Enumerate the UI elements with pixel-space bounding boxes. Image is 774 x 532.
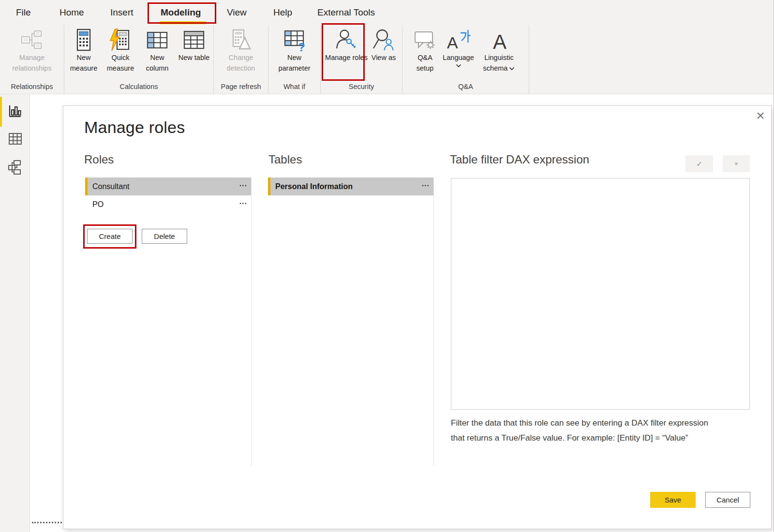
tables-list: Personal Information ... (268, 177, 433, 195)
new-table-button[interactable]: New table (176, 28, 212, 63)
menu-bar: File Home Insert Modeling View Help Exte… (0, 0, 774, 25)
linguistic-schema-icon: A (487, 28, 511, 52)
manage-roles-dialog: × Manage roles Roles Tables Table filter… (63, 105, 772, 529)
ribbon: Manage relationships Relationships (0, 25, 774, 94)
view-sidebar (0, 94, 30, 532)
chevron-down-icon (509, 67, 515, 71)
dax-validate-button[interactable]: ✓ (685, 155, 713, 172)
roles-list: Consultant ... PO ... (85, 177, 251, 213)
data-view-icon[interactable] (7, 131, 23, 147)
manage-roles-label: Manage roles (325, 53, 368, 63)
group-label-security: Security (321, 81, 402, 94)
dialog-title: Manage roles (84, 118, 185, 137)
table-row-personal-information[interactable]: Personal Information ... (268, 177, 433, 195)
quick-measure-button[interactable]: Quick measure (102, 28, 139, 74)
table-name: Personal Information (275, 182, 353, 191)
view-as-icon (372, 28, 396, 52)
new-measure-button[interactable]: New measure (65, 28, 102, 74)
svg-text:A: A (447, 33, 458, 52)
ribbon-group-relationships: Manage relationships Relationships (0, 25, 64, 94)
manage-roles-icon (334, 28, 358, 52)
svg-text:A: A (493, 30, 506, 52)
new-table-icon (182, 28, 206, 52)
ribbon-group-calculations: New measure (64, 25, 214, 94)
ribbon-group-qa: Q&A setup A Language (402, 25, 529, 94)
new-column-icon (145, 28, 169, 52)
qa-setup-label: Q&A setup (410, 53, 440, 74)
role-name: Consultant (92, 182, 130, 191)
role-name: PO (92, 200, 104, 209)
column-divider (251, 177, 252, 466)
table-more-button[interactable]: ... (422, 179, 430, 188)
linguistic-schema-label: Linguistic schema (477, 53, 521, 74)
group-label-calculations: Calculations (64, 81, 213, 94)
role-row-consultant[interactable]: Consultant ... (85, 177, 251, 195)
menu-view[interactable]: View (227, 0, 247, 25)
language-label: Language (443, 53, 474, 63)
language-button[interactable]: A Language (440, 28, 477, 68)
active-view-indicator (0, 97, 2, 127)
group-label-relationships: Relationships (0, 81, 64, 94)
manage-relationships-button[interactable]: Manage relationships (10, 28, 54, 74)
menu-file[interactable]: File (16, 0, 31, 25)
group-label-qa: Q&A (402, 81, 529, 94)
change-detection-label: Change detection (219, 53, 263, 74)
chevron-down-icon (456, 64, 461, 68)
roles-header: Roles (84, 153, 114, 166)
change-detection-icon (229, 28, 253, 52)
ribbon-group-what-if: ? New parameter What if (268, 25, 321, 94)
quick-measure-icon (108, 28, 133, 52)
quick-measure-label: Quick measure (102, 53, 139, 74)
new-column-label: New column (139, 53, 176, 74)
tables-header: Tables (268, 153, 302, 166)
menu-external-tools[interactable]: External Tools (317, 0, 375, 25)
column-divider (433, 177, 434, 466)
close-icon[interactable]: × (751, 106, 770, 125)
new-measure-icon (72, 28, 96, 52)
group-label-page-refresh: Page refresh (214, 81, 268, 94)
new-parameter-button[interactable]: ? New parameter (272, 28, 317, 74)
new-parameter-icon: ? (283, 28, 307, 52)
new-column-button[interactable]: New column (139, 28, 176, 74)
linguistic-schema-button[interactable]: A Linguistic schema (477, 28, 521, 74)
view-as-button[interactable]: View as (369, 28, 399, 63)
delete-role-button[interactable]: Delete (142, 229, 187, 244)
menu-home[interactable]: Home (60, 0, 84, 25)
menu-insert[interactable]: Insert (110, 0, 134, 25)
qa-setup-icon (413, 28, 437, 52)
svg-text:?: ? (298, 41, 305, 52)
view-as-label: View as (372, 53, 396, 63)
menu-help[interactable]: Help (273, 0, 292, 25)
save-button[interactable]: Save (650, 492, 696, 508)
ribbon-group-security: Manage roles View as Security (321, 25, 402, 94)
canvas-dotted-border (32, 522, 62, 523)
selected-row-accent (268, 177, 270, 195)
manage-relationships-label: Manage relationships (10, 53, 54, 74)
create-role-button[interactable]: Create (87, 229, 133, 244)
manage-roles-button[interactable]: Manage roles (324, 28, 369, 63)
dax-clear-button[interactable]: × (723, 155, 750, 172)
ribbon-group-page-refresh: Change detection Page refresh (214, 25, 268, 94)
dax-header: Table filter DAX expression (450, 153, 589, 166)
role-more-button[interactable]: ... (239, 197, 247, 206)
group-label-what-if: What if (268, 81, 320, 94)
dax-help-text: Filter the data that this role can see b… (451, 415, 708, 445)
qa-setup-button[interactable]: Q&A setup (410, 28, 440, 74)
role-row-po[interactable]: PO ... (85, 195, 251, 213)
role-more-button[interactable]: ... (239, 179, 247, 188)
change-detection-button[interactable]: Change detection (219, 28, 263, 74)
new-measure-label: New measure (65, 53, 102, 74)
dax-help-line2: that returns a True/False value. For exa… (451, 430, 708, 445)
selected-row-accent (85, 177, 88, 195)
manage-relationships-icon (20, 28, 44, 52)
report-view-icon[interactable] (7, 103, 23, 119)
dax-help-line1: Filter the data that this role can see b… (451, 415, 708, 430)
cancel-button[interactable]: Cancel (705, 492, 750, 508)
new-table-label: New table (179, 53, 209, 63)
model-view-icon[interactable] (7, 159, 23, 175)
active-tab-underline (160, 21, 206, 24)
language-icon: A (447, 28, 471, 52)
new-parameter-label: New parameter (272, 53, 317, 74)
dax-expression-input[interactable] (451, 178, 750, 410)
powerbi-window: File Home Insert Modeling View Help Exte… (0, 0, 774, 532)
